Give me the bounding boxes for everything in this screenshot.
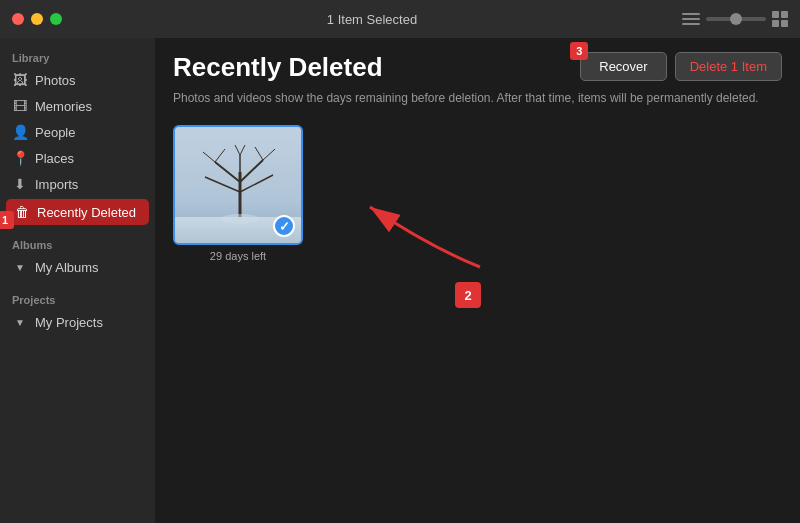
photo-days-left: 29 days left (210, 250, 266, 262)
main-layout: Library 🖼 Photos 🎞 Memories 👤 People 📍 P… (0, 38, 800, 523)
traffic-lights (12, 13, 62, 25)
places-icon: 📍 (12, 150, 28, 166)
badge-3: 3 (570, 42, 588, 60)
sidebar-item-my-albums[interactable]: ▼ My Albums (0, 254, 155, 280)
selection-checkmark[interactable]: ✓ (273, 215, 295, 237)
title-bar: 1 Item Selected (0, 0, 800, 38)
recover-button-wrapper: 3 Recover (580, 52, 666, 81)
albums-section-label: Albums (0, 233, 155, 254)
sidebar-recently-deleted-label: Recently Deleted (37, 205, 136, 220)
maximize-button[interactable] (50, 13, 62, 25)
svg-point-14 (220, 214, 260, 224)
sidebar-item-my-projects[interactable]: ▼ My Projects (0, 309, 155, 335)
sidebar-my-albums-label: My Albums (35, 260, 99, 275)
photo-item[interactable]: ✓ 29 days left (173, 125, 303, 262)
page-title: Recently Deleted (173, 52, 383, 83)
sidebar-item-recently-deleted[interactable]: 🗑 Recently Deleted (6, 199, 149, 225)
delete-button[interactable]: Delete 1 Item (675, 52, 782, 81)
content-area: Recently Deleted 3 Recover Delete 1 Item… (155, 38, 800, 523)
sidebar-imports-label: Imports (35, 177, 78, 192)
window-title: 1 Item Selected (62, 12, 682, 27)
sidebar-item-people[interactable]: 👤 People (0, 119, 155, 145)
header-buttons: 3 Recover Delete 1 Item (580, 52, 782, 81)
sidebar-places-label: Places (35, 151, 74, 166)
grid-view-icon[interactable] (772, 11, 788, 27)
sidebar: Library 🖼 Photos 🎞 Memories 👤 People 📍 P… (0, 38, 155, 523)
photo-grid: ✓ 29 days left 2 (155, 117, 800, 523)
content-header: Recently Deleted 3 Recover Delete 1 Item (155, 38, 800, 91)
annotation-arrow (300, 167, 500, 287)
albums-expand-icon: ▼ (12, 259, 28, 275)
content-subtitle: Photos and videos show the days remainin… (155, 91, 800, 117)
recover-button[interactable]: Recover (580, 52, 666, 81)
sidebar-item-memories[interactable]: 🎞 Memories (0, 93, 155, 119)
trash-icon: 🗑 (14, 204, 30, 220)
sidebar-my-projects-label: My Projects (35, 315, 103, 330)
memories-icon: 🎞 (12, 98, 28, 114)
photos-icon: 🖼 (12, 72, 28, 88)
projects-expand-icon: ▼ (12, 314, 28, 330)
sidebar-item-places[interactable]: 📍 Places (0, 145, 155, 171)
sidebar-photos-label: Photos (35, 73, 75, 88)
sidebar-item-photos[interactable]: 🖼 Photos (0, 67, 155, 93)
imports-icon: ⬇ (12, 176, 28, 192)
sidebar-people-label: People (35, 125, 75, 140)
badge-2: 2 (455, 282, 481, 308)
sidebar-item-imports[interactable]: ⬇ Imports (0, 171, 155, 197)
close-button[interactable] (12, 13, 24, 25)
projects-section-label: Projects (0, 288, 155, 309)
minimize-button[interactable] (31, 13, 43, 25)
zoom-slider[interactable] (706, 17, 766, 21)
sidebar-memories-label: Memories (35, 99, 92, 114)
library-section-label: Library (0, 46, 155, 67)
photo-thumbnail[interactable]: ✓ (173, 125, 303, 245)
people-icon: 👤 (12, 124, 28, 140)
sidebar-toggle[interactable] (682, 12, 700, 26)
title-bar-controls (682, 11, 788, 27)
badge-1: 1 (0, 211, 14, 229)
